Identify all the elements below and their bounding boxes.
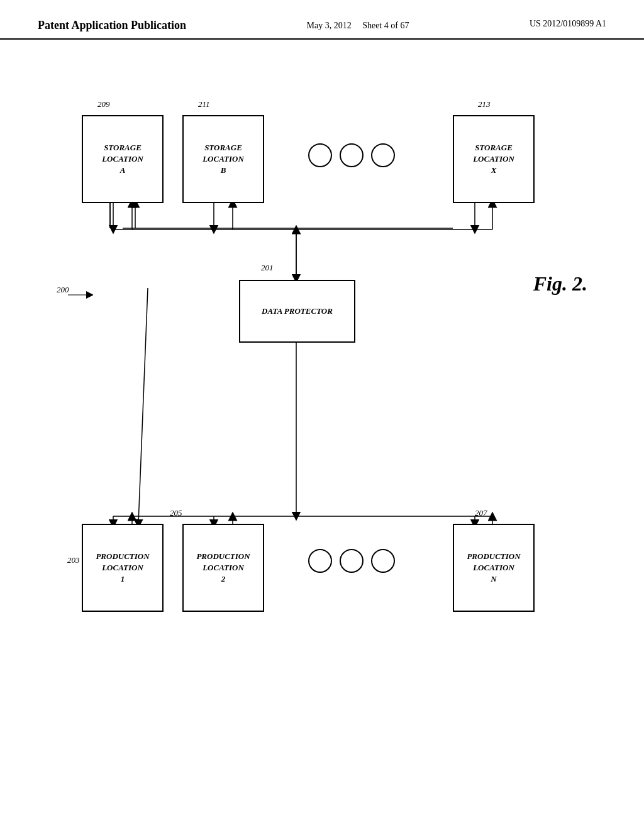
storage-location-a-box: STORAGE LOCATION A xyxy=(82,115,164,203)
storage-b-label: STORAGE LOCATION B xyxy=(203,142,244,177)
dot-6 xyxy=(371,549,395,573)
production-2-label: PRODUCTION LOCATION 2 xyxy=(196,551,250,585)
ref-207: 207 xyxy=(475,508,487,518)
top-dots xyxy=(308,143,395,167)
ref-209: 209 xyxy=(97,99,110,109)
patent-number: US 2012/0109899 A1 xyxy=(530,19,606,29)
production-location-n-box: PRODUCTION LOCATION N xyxy=(453,524,535,612)
storage-location-x-box: STORAGE LOCATION X xyxy=(453,115,535,203)
ref-213: 213 xyxy=(478,99,491,109)
production-location-1-box: PRODUCTION LOCATION 1 xyxy=(82,524,164,612)
production-n-label: PRODUCTION LOCATION N xyxy=(467,551,520,585)
production-location-2-box: PRODUCTION LOCATION 2 xyxy=(182,524,264,612)
storage-x-label: STORAGE LOCATION X xyxy=(473,142,514,177)
dot-3 xyxy=(371,143,395,167)
ref-205: 205 xyxy=(170,508,182,518)
publication-date: May 3, 2012 xyxy=(306,21,351,30)
data-protector-box: DATA PROTECTOR xyxy=(239,280,355,343)
dot-4 xyxy=(308,549,332,573)
svg-line-22 xyxy=(138,288,148,524)
dot-5 xyxy=(340,549,364,573)
sheet-info: Sheet 4 of 67 xyxy=(362,21,409,30)
fig-label: Fig. 2. xyxy=(533,272,587,296)
publication-label: Patent Application Publication xyxy=(38,19,186,32)
storage-location-b-box: STORAGE LOCATION B xyxy=(182,115,264,203)
header-center: May 3, 2012 Sheet 4 of 67 xyxy=(306,19,409,32)
ref-211: 211 xyxy=(198,99,210,109)
ref-201: 201 xyxy=(261,263,274,273)
dot-1 xyxy=(308,143,332,167)
production-1-label: PRODUCTION LOCATION 1 xyxy=(96,551,149,585)
storage-a-label: STORAGE LOCATION A xyxy=(102,142,143,177)
page-header: Patent Application Publication May 3, 20… xyxy=(0,0,644,40)
bottom-dots xyxy=(308,549,395,573)
ref-200: 200 xyxy=(57,285,69,295)
dot-2 xyxy=(340,143,364,167)
data-protector-label: DATA PROTECTOR xyxy=(262,306,333,317)
diagram-area: 200 STORAGE LOCATION A 209 STORAGE LOCAT… xyxy=(0,40,644,807)
ref-200-arrow xyxy=(68,289,93,301)
ref-203: 203 xyxy=(67,555,80,565)
